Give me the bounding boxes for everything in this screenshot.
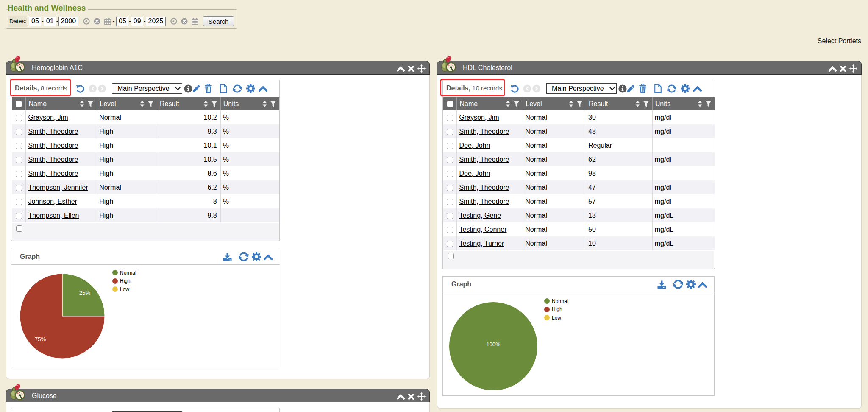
- svg-text:75%: 75%: [35, 336, 46, 342]
- svg-text:25%: 25%: [79, 290, 90, 296]
- svg-text:100%: 100%: [486, 341, 501, 348]
